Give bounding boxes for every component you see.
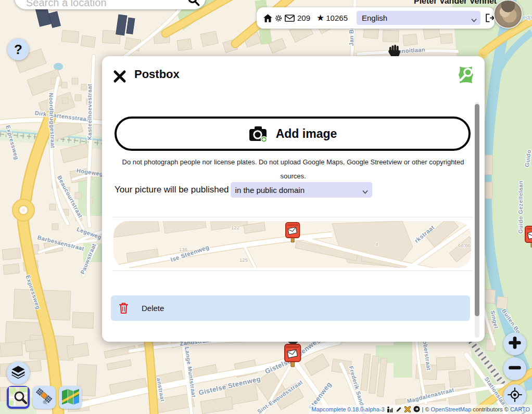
osm-map-thumbnail-icon — [9, 387, 28, 408]
search-input[interactable] — [25, 0, 183, 9]
chevron-down-icon — [471, 15, 477, 24]
street-label: Jan Br — [348, 27, 354, 46]
delete-button[interactable]: Delete — [111, 295, 470, 321]
feature-minimap[interactable]: 122 136 lse Steenweg 125 4 rkstraat 66;6… — [113, 221, 471, 268]
plus-icon — [507, 335, 523, 353]
star-count[interactable]: 10265 — [326, 14, 348, 22]
osm-link[interactable]: OpenStreetMap — [431, 406, 472, 412]
mapcomplete-version-link[interactable]: Mapcomplete 0.18.0-alpha-3 — [312, 406, 385, 412]
street-label: Kasteelhoevestraat — [86, 84, 93, 140]
search-icon[interactable] — [187, 0, 200, 9]
user-panel: 209 ★ 10265 English — [257, 7, 495, 29]
place-label: edp — [523, 15, 532, 20]
license-select[interactable]: in the public domain — [231, 182, 372, 198]
attribution-sep: | © — [422, 406, 429, 412]
background-style-map-button[interactable] — [59, 386, 82, 409]
language-select[interactable]: English — [357, 11, 480, 25]
dialog-scrollbar-thumb[interactable] — [475, 104, 479, 316]
zoom-in-button[interactable] — [503, 332, 526, 355]
dialog-scrollbar[interactable] — [475, 102, 479, 338]
attribution-bar: Mapcomplete 0.18.0-alpha-3 | © OpenStree… — [309, 405, 532, 414]
license-prefix: Your picture will be published — [115, 185, 229, 195]
minus-icon — [507, 360, 523, 378]
geolocate-button[interactable] — [503, 384, 526, 407]
crosshair-icon — [507, 387, 523, 405]
star-icon: ★ — [316, 12, 324, 23]
satellite-icon — [35, 387, 54, 408]
edit-pencil-icon[interactable] — [396, 406, 402, 412]
search-bar[interactable] — [15, 0, 206, 9]
housenumber-label: 66;66 — [458, 242, 471, 248]
zoom-out-button[interactable] — [503, 357, 526, 380]
home-icon[interactable] — [263, 14, 272, 22]
user-name[interactable]: Pieter Vander Vennet — [414, 0, 497, 6]
background-style-satellite-button[interactable] — [33, 386, 56, 409]
add-image-button[interactable]: Add image — [115, 117, 471, 151]
license-value: in the public domain — [235, 186, 305, 195]
circle-arrow-icon[interactable] — [413, 406, 420, 412]
attribution-contributors: contributors © — [473, 406, 509, 412]
gear-icon[interactable] — [274, 14, 283, 22]
add-image-label: Add image — [276, 127, 337, 141]
license-x-icon[interactable] — [404, 406, 411, 412]
help-button[interactable]: ? — [7, 38, 29, 60]
background-style-osm-button[interactable] — [7, 386, 30, 409]
contributor-stats-icon[interactable] — [387, 406, 393, 412]
messages-icon[interactable] — [285, 15, 295, 22]
housenumber-label: 122 — [231, 225, 239, 230]
mapcomplete-logo-icon — [457, 66, 475, 86]
layers-button[interactable] — [7, 361, 30, 384]
trash-icon — [119, 302, 129, 314]
housenumber-label: 125 — [239, 257, 248, 263]
dialog-title: Postbox — [134, 68, 180, 81]
carto-link[interactable]: CARTO — [510, 406, 530, 412]
language-value: English — [362, 14, 387, 22]
mapcomplete-app: Dirk Martensstraat Jan Br Benoitlaan edp… — [0, 0, 532, 414]
image-disclaimer: Do not photograph people nor license pla… — [117, 155, 469, 183]
chevron-down-icon — [362, 187, 368, 196]
housenumber-label: 4 — [375, 241, 378, 247]
postbox-dialog: Postbox Add image Do not photograph peop — [102, 56, 485, 342]
divider — [112, 217, 473, 217]
folded-map-icon — [61, 387, 80, 408]
delete-label: Delete — [142, 304, 164, 313]
camera-plus-icon — [248, 125, 268, 143]
close-icon[interactable] — [112, 69, 127, 86]
avatar[interactable] — [493, 0, 523, 29]
divider — [112, 270, 473, 271]
message-count[interactable]: 209 — [297, 14, 310, 22]
help-label: ? — [14, 42, 22, 58]
license-row: Your picture will be published in the pu… — [115, 182, 372, 198]
street-label: Guido Gezellelaan — [517, 180, 524, 234]
layers-icon — [10, 365, 26, 381]
